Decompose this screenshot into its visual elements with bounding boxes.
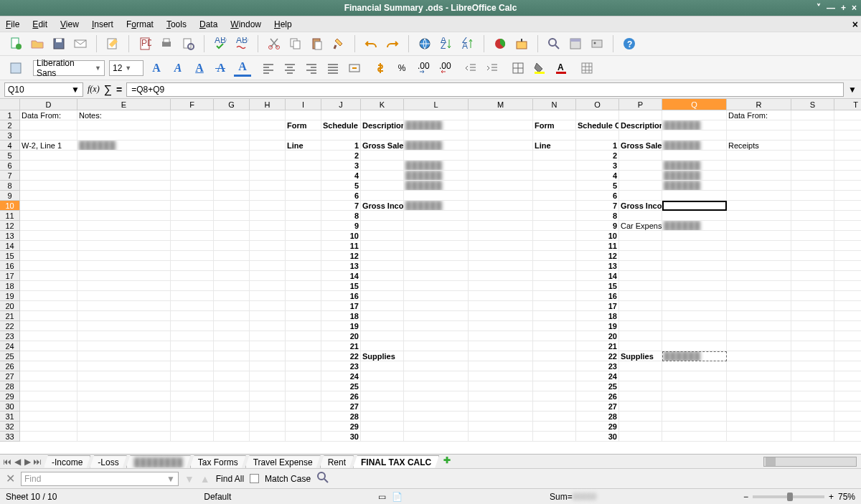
cell[interactable]: [404, 271, 469, 281]
cell[interactable]: [727, 281, 791, 291]
cell[interactable]: [214, 361, 250, 371]
cell[interactable]: Form: [286, 120, 321, 130]
cell[interactable]: [171, 231, 214, 241]
cell[interactable]: 28: [321, 412, 361, 422]
window-restore-icon[interactable]: —: [827, 3, 835, 13]
navigator-button[interactable]: [567, 35, 584, 52]
cell[interactable]: [404, 110, 469, 120]
cell[interactable]: [250, 181, 286, 191]
cell[interactable]: [77, 161, 171, 171]
cell[interactable]: [20, 301, 77, 311]
cell[interactable]: 15: [576, 281, 619, 291]
cell[interactable]: [250, 401, 286, 412]
cell[interactable]: [214, 221, 250, 231]
cell[interactable]: [727, 321, 791, 331]
cell[interactable]: [404, 130, 469, 141]
cell[interactable]: [286, 432, 321, 442]
cell[interactable]: [20, 151, 77, 161]
cell[interactable]: [791, 351, 834, 361]
row-header[interactable]: 30: [0, 401, 20, 412]
cell[interactable]: 28: [576, 412, 619, 422]
cell[interactable]: [20, 191, 77, 201]
cell[interactable]: [834, 201, 861, 211]
add-decimal-button[interactable]: .000: [415, 60, 432, 77]
email-button[interactable]: [72, 35, 89, 52]
cell[interactable]: [727, 401, 791, 412]
cell[interactable]: 8: [321, 211, 361, 221]
cell[interactable]: [619, 432, 662, 442]
cell[interactable]: 6: [576, 191, 619, 201]
cell[interactable]: [834, 321, 861, 331]
cell[interactable]: [834, 291, 861, 301]
cell[interactable]: [619, 321, 662, 331]
cell[interactable]: [469, 141, 533, 151]
cell[interactable]: [727, 291, 791, 301]
row-header[interactable]: 14: [0, 241, 20, 251]
row-header[interactable]: 24: [0, 341, 20, 351]
cell[interactable]: [791, 221, 834, 231]
cell[interactable]: 23: [576, 361, 619, 371]
cell[interactable]: [250, 311, 286, 321]
cell[interactable]: [77, 432, 171, 442]
row-header[interactable]: 23: [0, 331, 20, 341]
cell[interactable]: [662, 211, 727, 221]
cell[interactable]: [77, 301, 171, 311]
cell[interactable]: [619, 291, 662, 301]
cell[interactable]: [171, 251, 214, 261]
cell[interactable]: [533, 412, 576, 422]
row-header[interactable]: 29: [0, 391, 20, 401]
cell[interactable]: [619, 381, 662, 391]
cell[interactable]: [727, 151, 791, 161]
cell[interactable]: 12: [576, 251, 619, 261]
cell[interactable]: [619, 341, 662, 351]
cell[interactable]: [662, 361, 727, 371]
cell[interactable]: Receipts: [727, 141, 791, 151]
row-header[interactable]: 8: [0, 181, 20, 191]
cell[interactable]: Form: [533, 120, 576, 130]
cell[interactable]: [791, 141, 834, 151]
find-prev-button[interactable]: ▲: [200, 473, 210, 485]
cell[interactable]: [250, 120, 286, 130]
cell[interactable]: Line: [286, 141, 321, 151]
cell[interactable]: [250, 231, 286, 241]
cell[interactable]: [171, 412, 214, 422]
cell[interactable]: [469, 281, 533, 291]
cell[interactable]: [834, 120, 861, 130]
cell[interactable]: [77, 201, 171, 211]
cell[interactable]: [171, 432, 214, 442]
cell[interactable]: [404, 261, 469, 271]
cell[interactable]: [619, 361, 662, 371]
cell[interactable]: [619, 181, 662, 191]
decrease-indent-button[interactable]: [462, 60, 479, 77]
cell[interactable]: [404, 311, 469, 321]
cell[interactable]: [834, 271, 861, 281]
cell[interactable]: [404, 281, 469, 291]
paste-button[interactable]: [309, 35, 326, 52]
cell[interactable]: [533, 341, 576, 351]
cell[interactable]: [286, 191, 321, 201]
chart-button[interactable]: [491, 35, 509, 52]
edit-mode-button[interactable]: [104, 35, 121, 52]
cell[interactable]: [662, 401, 727, 412]
cell[interactable]: 19: [576, 321, 619, 331]
cell[interactable]: [834, 391, 861, 401]
cell[interactable]: [286, 211, 321, 221]
cell[interactable]: [171, 341, 214, 351]
cell[interactable]: [469, 381, 533, 391]
cell[interactable]: [533, 301, 576, 311]
cell[interactable]: 3: [576, 161, 619, 171]
cell[interactable]: [727, 251, 791, 261]
row-header[interactable]: 17: [0, 271, 20, 281]
cell[interactable]: [250, 221, 286, 231]
sort-desc-button[interactable]: ZA: [459, 35, 476, 52]
cell[interactable]: [469, 120, 533, 130]
row-header[interactable]: 15: [0, 251, 20, 261]
cell[interactable]: [214, 231, 250, 241]
cell[interactable]: [791, 412, 834, 422]
cell[interactable]: 3: [321, 161, 361, 171]
cell[interactable]: [286, 151, 321, 161]
menu-edit[interactable]: Edit: [29, 19, 50, 29]
cell[interactable]: [286, 241, 321, 251]
cell[interactable]: [77, 422, 171, 432]
print-preview-button[interactable]: [179, 35, 197, 52]
